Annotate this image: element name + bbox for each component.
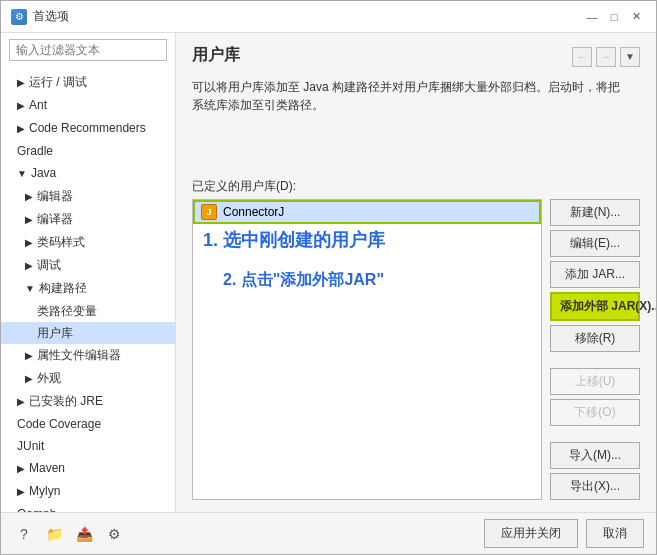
sidebar-item-code-coverage[interactable]: Code Coverage — [1, 413, 175, 435]
footer-left: ? 📁 📤 ⚙ — [13, 523, 125, 545]
sidebar-item-compiler[interactable]: ▶编译器 — [1, 208, 175, 231]
help-icon[interactable]: ? — [13, 523, 35, 545]
new-button[interactable]: 新建(N)... — [550, 199, 640, 226]
sidebar-item-code-style[interactable]: ▶类码样式 — [1, 231, 175, 254]
move-up-button: 上移(U) — [550, 368, 640, 395]
cancel-button[interactable]: 取消 — [586, 519, 644, 548]
footer-right: 应用并关闭 取消 — [484, 519, 644, 548]
sidebar-item-oomph[interactable]: Oomph — [1, 503, 175, 512]
sidebar-item-user-libs[interactable]: 用户库 — [1, 322, 175, 344]
title-bar: ⚙ 首选项 — □ ✕ — [1, 1, 656, 33]
export-icon[interactable]: 📤 — [73, 523, 95, 545]
window-title: 首选项 — [33, 8, 69, 25]
annotation-2: 2. 点击"添加外部JAR" — [223, 270, 384, 291]
sidebar-item-external[interactable]: ▶外观 — [1, 367, 175, 390]
sidebar-item-ant[interactable]: ▶Ant — [1, 94, 175, 117]
sidebar-item-junit[interactable]: JUnit — [1, 435, 175, 457]
sidebar-item-code-recommenders[interactable]: ▶Code Recommenders — [1, 117, 175, 140]
nav-dropdown-button[interactable]: ▼ — [620, 47, 640, 67]
sidebar-item-editor[interactable]: ▶编辑器 — [1, 185, 175, 208]
panel-description: 可以将用户库添加至 Java 构建路径并对用户库捆绑大量外部归档。启动时，将把系… — [192, 78, 630, 178]
library-section: JConnectorJ 1. 选中刚创建的用户库 2. 点击"添加外部JAR" … — [192, 199, 640, 500]
main-panel: 用户库 ← → ▼ 可以将用户库添加至 Java 构建路径并对用户库捆绑大量外部… — [176, 33, 656, 512]
panel-title: 用户库 — [192, 45, 240, 66]
sidebar-item-run-debug[interactable]: ▶运行 / 调试 — [1, 71, 175, 94]
apply-close-button[interactable]: 应用并关闭 — [484, 519, 578, 548]
edit-button[interactable]: 编辑(E)... — [550, 230, 640, 257]
panel-subtitle: 已定义的用户库(D): — [192, 178, 640, 195]
nav-back-button[interactable]: ← — [572, 47, 592, 67]
settings-icon[interactable]: ⚙ — [103, 523, 125, 545]
export-button[interactable]: 导出(X)... — [550, 473, 640, 500]
move-down-button: 下移(O) — [550, 399, 640, 426]
add-jar-button[interactable]: 添加 JAR... — [550, 261, 640, 288]
sidebar-item-java[interactable]: ▼Java — [1, 162, 175, 185]
annotation-1: 1. 选中刚创建的用户库 — [203, 228, 385, 252]
sidebar-item-debug[interactable]: ▶调试 — [1, 254, 175, 277]
panel-nav: ← → ▼ — [572, 47, 640, 67]
content-area: ▶运行 / 调试▶Ant▶Code RecommendersGradle▼Jav… — [1, 33, 656, 512]
lib-jar-icon: J — [201, 204, 217, 220]
sidebar-item-mylyn[interactable]: ▶Mylyn — [1, 480, 175, 503]
window-icon: ⚙ — [11, 9, 27, 25]
sidebar-item-gradle[interactable]: Gradle — [1, 140, 175, 162]
sidebar-item-classpath-vars[interactable]: 类路径变量 — [1, 300, 175, 322]
sidebar-item-installed-jre[interactable]: ▶已安装的 JRE — [1, 390, 175, 413]
add-external-jar-button[interactable]: 添加外部 JAR(X)... — [550, 292, 640, 321]
action-buttons: 新建(N)...编辑(E)...添加 JAR...添加外部 JAR(X)...移… — [550, 199, 640, 500]
sidebar-item-maven[interactable]: ▶Maven — [1, 457, 175, 480]
nav-forward-button[interactable]: → — [596, 47, 616, 67]
folder-icon[interactable]: 📁 — [43, 523, 65, 545]
preferences-window: ⚙ 首选项 — □ ✕ ▶运行 / 调试▶Ant▶Code Recommende… — [0, 0, 657, 555]
library-list[interactable]: JConnectorJ 1. 选中刚创建的用户库 2. 点击"添加外部JAR" — [192, 199, 542, 500]
sidebar-item-build-path[interactable]: ▼构建路径 — [1, 277, 175, 300]
maximize-button[interactable]: □ — [604, 7, 624, 27]
sidebar: ▶运行 / 调试▶Ant▶Code RecommendersGradle▼Jav… — [1, 33, 176, 512]
close-button[interactable]: ✕ — [626, 7, 646, 27]
window-controls: — □ ✕ — [582, 7, 646, 27]
tree-area: ▶运行 / 调试▶Ant▶Code RecommendersGradle▼Jav… — [1, 67, 175, 512]
sidebar-item-props-editor[interactable]: ▶属性文件编辑器 — [1, 344, 175, 367]
library-item-connectorj[interactable]: JConnectorJ — [193, 200, 541, 224]
import-button[interactable]: 导入(M)... — [550, 442, 640, 469]
footer: ? 📁 📤 ⚙ 应用并关闭 取消 — [1, 512, 656, 554]
library-name: ConnectorJ — [223, 205, 284, 219]
minimize-button[interactable]: — — [582, 7, 602, 27]
remove-button[interactable]: 移除(R) — [550, 325, 640, 352]
filter-input[interactable] — [9, 39, 167, 61]
